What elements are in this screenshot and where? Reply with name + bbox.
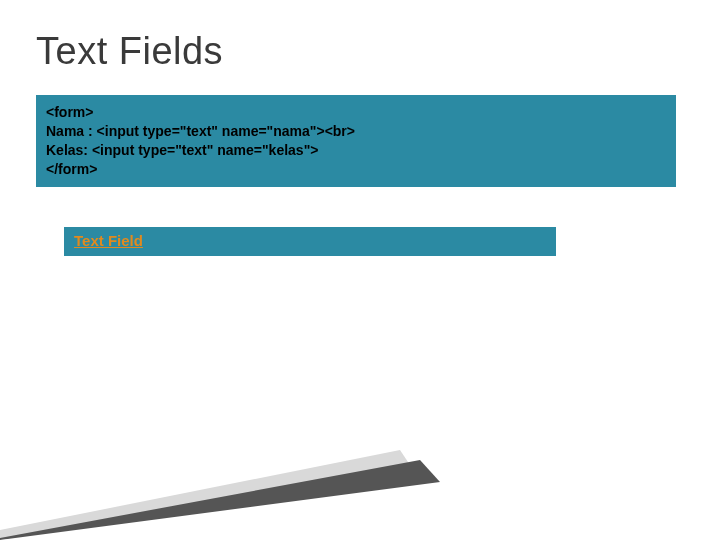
code-line: Kelas: <input type="text" name="kelas"> bbox=[46, 141, 666, 160]
svg-marker-0 bbox=[0, 450, 410, 540]
code-line: <form> bbox=[46, 103, 666, 122]
code-line: Nama : <input type="text" name="nama"><b… bbox=[46, 122, 666, 141]
code-line: </form> bbox=[46, 160, 666, 179]
slide: Text Fields <form> Nama : <input type="t… bbox=[0, 0, 720, 540]
svg-marker-1 bbox=[0, 460, 440, 540]
link-block: Text Field bbox=[64, 227, 556, 256]
code-block: <form> Nama : <input type="text" name="n… bbox=[36, 95, 676, 187]
text-field-link[interactable]: Text Field bbox=[74, 232, 143, 249]
decorative-wedge bbox=[0, 420, 720, 540]
svg-marker-2 bbox=[0, 492, 720, 540]
slide-title: Text Fields bbox=[36, 30, 684, 73]
